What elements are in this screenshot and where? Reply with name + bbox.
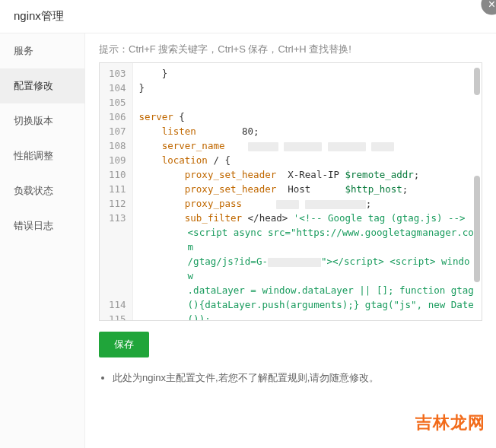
code-line: sub_filter </head> '<!-- Google tag (gta… <box>139 211 475 225</box>
sidebar-item-4[interactable]: 负载状态 <box>0 173 84 208</box>
code-line: server_name <box>139 138 475 153</box>
dialog-title: nginx管理 <box>14 9 64 22</box>
watermark: 吉林龙网 <box>415 411 485 434</box>
sidebar-item-3[interactable]: 性能调整 <box>0 138 84 173</box>
code-line: proxy_set_header X-Real-IP $remote_addr; <box>139 167 475 182</box>
dialog-header: nginx管理 <box>0 0 496 33</box>
scrollbar-thumb[interactable] <box>474 176 480 282</box>
code-line: } <box>139 81 475 95</box>
scrollbar-thumb[interactable] <box>474 68 480 95</box>
code-line-wrap: .dataLayer = window.dataLayer || []; fun… <box>139 283 475 297</box>
note-list: 此处为nginx主配置文件,若您不了解配置规则,请勿随意修改。 <box>99 371 482 385</box>
code-line-wrap: /gtag/js?id=G-"></script> <script> windo… <box>139 254 475 283</box>
code-line: proxy_set_header Host $http_host; <box>139 182 475 196</box>
save-button[interactable]: 保存 <box>99 332 149 357</box>
scrollbar-track[interactable] <box>472 65 480 319</box>
code-line: proxy_pass ; <box>139 196 475 211</box>
line-gutter: 1031041051061071081091101111121131141151… <box>100 63 133 320</box>
editor-hint: 提示：Ctrl+F 搜索关键字，Ctrl+S 保存，Ctrl+H 查找替换! <box>99 43 482 56</box>
note-item: 此处为nginx主配置文件,若您不了解配置规则,请勿随意修改。 <box>113 371 482 385</box>
dialog-body: 服务配置修改切换版本性能调整负载状态错误日志 提示：Ctrl+F 搜索关键字，C… <box>0 33 496 448</box>
sidebar: 服务配置修改切换版本性能调整负载状态错误日志 <box>0 33 85 448</box>
sidebar-item-2[interactable]: 切换版本 <box>0 103 84 138</box>
code-line: location / { <box>139 153 475 167</box>
code-line: } <box>139 66 475 81</box>
sidebar-item-0[interactable]: 服务 <box>0 33 84 68</box>
code-content[interactable]: }}server { listen 80; server_name locati… <box>133 63 482 320</box>
code-line: listen 80; <box>139 124 475 138</box>
sidebar-item-5[interactable]: 错误日志 <box>0 208 84 243</box>
main-panel: 提示：Ctrl+F 搜索关键字，Ctrl+S 保存，Ctrl+H 查找替换! 1… <box>85 33 496 448</box>
sidebar-item-1[interactable]: 配置修改 <box>0 68 84 103</box>
close-icon: × <box>488 0 495 11</box>
code-line-wrap: <script async src="https://www.googletag… <box>139 225 475 254</box>
editor-container: 1031041051061071081091101111121131141151… <box>99 62 482 321</box>
code-editor[interactable]: 1031041051061071081091101111121131141151… <box>100 63 482 320</box>
code-line-wrap: (){dataLayer.push(arguments);} gtag("js"… <box>139 297 475 320</box>
dialog: × nginx管理 服务配置修改切换版本性能调整负载状态错误日志 提示：Ctrl… <box>0 0 496 448</box>
code-line <box>139 95 475 110</box>
code-line: server { <box>139 110 475 124</box>
